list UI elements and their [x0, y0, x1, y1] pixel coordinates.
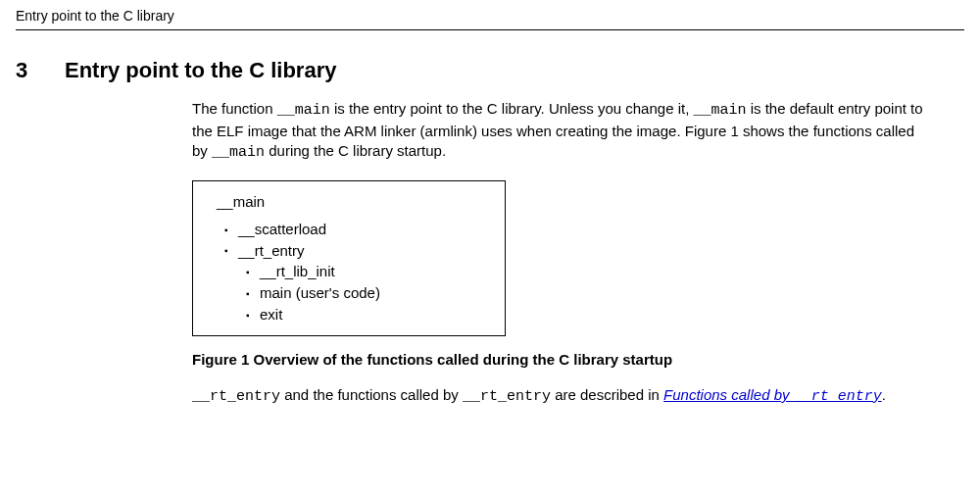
figure-box: __main __scatterload __rt_entry __rt_lib… — [192, 180, 506, 336]
code-rt-entry: __rt_entry — [463, 388, 551, 405]
section-heading-row: 3 Entry point to the C library — [16, 58, 964, 83]
figure-item-label: main (user's code) — [260, 284, 380, 301]
figure-caption: Figure 1 Overview of the functions calle… — [192, 350, 925, 370]
figure-item-exit: exit — [246, 304, 491, 325]
code-main: __main — [693, 102, 746, 119]
figure-list-level1: __scatterload __rt_entry __rt_lib_init m… — [207, 219, 491, 325]
code-main: __main — [212, 144, 265, 161]
text: and the functions called by — [280, 386, 463, 403]
code-main: __main — [277, 102, 330, 119]
text: during the C library startup. — [265, 142, 446, 159]
figure-item-rt-entry: __rt_entry __rt_lib_init main (user's co… — [224, 240, 491, 325]
link-functions-called-by-rt-entry[interactable]: Functions called by __rt_entry — [663, 386, 882, 403]
figure-item-main-user: main (user's code) — [246, 282, 491, 304]
body-column: The function __main is the entry point t… — [192, 99, 925, 407]
figure-item-label: exit — [260, 306, 282, 323]
page: Entry point to the C library 3 Entry poi… — [0, 0, 980, 441]
link-text: Functions called by — [663, 386, 794, 403]
text: are described in — [551, 386, 663, 403]
link-code-rt-entry: __rt_entry — [794, 388, 882, 405]
text: . — [882, 386, 886, 403]
text: is the entry point to the C library. Unl… — [330, 100, 694, 117]
section-title: Entry point to the C library — [65, 58, 336, 83]
figure-root: __main — [207, 191, 491, 213]
code-rt-entry: __rt_entry — [192, 388, 280, 405]
figure-list-level2: __rt_lib_init main (user's code) exit — [224, 261, 491, 324]
figure-item-label: __rt_lib_init — [260, 263, 335, 279]
figure-item-label: __rt_entry — [238, 242, 305, 259]
figure-item-rt-lib-init: __rt_lib_init — [246, 261, 491, 282]
section-number: 3 — [16, 58, 65, 83]
text: The function — [192, 100, 277, 117]
figure-item-scatterload: __scatterload — [224, 219, 491, 240]
running-header: Entry point to the C library — [16, 8, 964, 24]
followup-paragraph: __rt_entry and the functions called by _… — [192, 385, 925, 407]
header-rule — [16, 29, 964, 30]
figure-item-label: __scatterload — [238, 221, 326, 237]
intro-paragraph: The function __main is the entry point t… — [192, 99, 925, 163]
